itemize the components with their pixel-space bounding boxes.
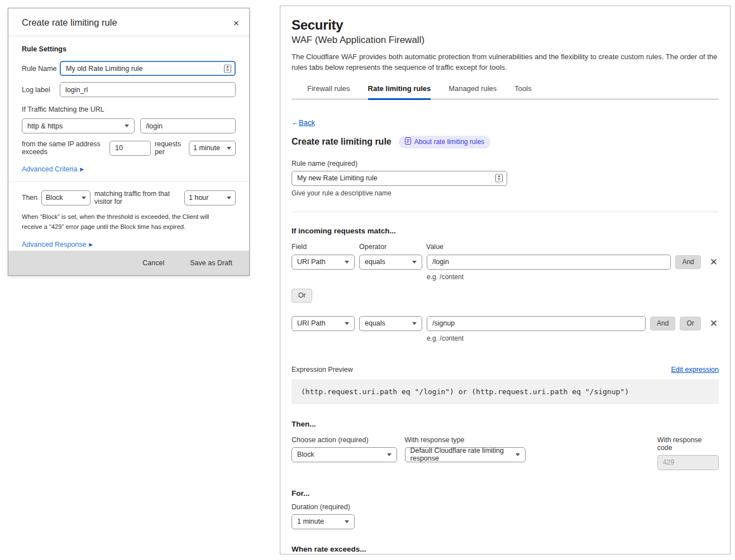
divider xyxy=(292,212,719,212)
back-arrow-icon: ← xyxy=(292,118,299,127)
divider xyxy=(8,181,249,182)
page-description: The Cloudflare WAF provides both automat… xyxy=(292,52,719,73)
back-link[interactable]: ←Back xyxy=(292,118,315,127)
rule-name-label: Rule Name xyxy=(22,65,60,73)
chevron-down-icon xyxy=(345,520,349,523)
security-waf-panel: Security WAF (Web Application Firewall) … xyxy=(280,6,731,554)
then-text: Then xyxy=(22,194,37,202)
remove-condition-icon[interactable]: ✕ xyxy=(709,256,719,268)
create-rule-heading: Create rate limiting rule xyxy=(292,137,392,147)
expression-preview-row: Expression Preview Edit expression xyxy=(292,366,719,374)
log-label-label: Log label xyxy=(22,86,60,94)
matching-text: matching traffic from that visitor for xyxy=(94,190,180,205)
value-input[interactable] xyxy=(427,316,646,331)
threshold-row: from the same IP address exceeds request… xyxy=(22,140,236,156)
response-code-label: With response code xyxy=(657,436,719,452)
or-connector-button[interactable]: Or xyxy=(292,289,312,303)
create-rule-heading-row: Create rate limiting rule About rate lim… xyxy=(292,136,719,149)
document-icon xyxy=(405,137,411,146)
chevron-right-icon: ▶ xyxy=(80,166,84,172)
response-type-label: With response type xyxy=(405,436,526,444)
match-heading: If incoming requests match... xyxy=(292,227,719,235)
period-select[interactable]: 1 minute xyxy=(189,141,236,156)
advanced-criteria-link[interactable]: Advanced Criteria ▶ xyxy=(22,165,84,173)
then-controls: Choose action (required) Block With resp… xyxy=(292,436,719,470)
expression-preview-label: Expression Preview xyxy=(292,366,353,374)
chevron-down-icon xyxy=(227,197,231,199)
log-label-row: Log label xyxy=(22,82,236,97)
tab-rate-limiting-rules[interactable]: Rate limiting rules xyxy=(368,84,431,100)
cancel-button[interactable]: Cancel xyxy=(142,259,164,267)
response-code-input xyxy=(657,455,719,470)
expression-code: (http.request.uri.path eq "/login") or (… xyxy=(292,379,719,404)
value-input[interactable] xyxy=(427,255,671,270)
scheme-select[interactable]: http & https xyxy=(22,118,135,133)
tab-managed-rules[interactable]: Managed rules xyxy=(448,84,497,99)
condition-row: URI Path equals And Or ✕ xyxy=(292,316,719,331)
then-heading: Then... xyxy=(292,420,719,428)
chevron-down-icon xyxy=(345,261,349,264)
traffic-match-label: If Traffic Matching the URL xyxy=(22,106,236,113)
rate-heading: When rate exceeds... xyxy=(292,545,719,553)
log-label-input[interactable] xyxy=(60,82,236,97)
field-select[interactable]: URI Path xyxy=(292,316,355,331)
about-rate-limiting-link[interactable]: About rate limiting rules xyxy=(399,136,490,149)
close-icon[interactable]: × xyxy=(231,17,241,29)
value-label: Value xyxy=(426,243,443,251)
chevron-down-icon xyxy=(82,197,86,199)
chevron-down-icon xyxy=(125,125,129,127)
tab-firewall-rules[interactable]: Firewall rules xyxy=(307,84,350,99)
rule-name-input[interactable] xyxy=(292,171,507,186)
duration-label: Duration (required) xyxy=(292,503,719,511)
value-helper: e.g. /content xyxy=(427,273,719,281)
legacy-rate-limit-modal: Create rate limiting rule × Rule Setting… xyxy=(8,8,250,276)
response-type-select[interactable]: Default Cloudflare rate limiting respons… xyxy=(405,447,526,462)
duration-select[interactable]: 1 minute xyxy=(292,514,355,529)
save-as-draft-button[interactable]: Save as Draft xyxy=(190,259,232,267)
for-heading: For... xyxy=(292,489,719,497)
chevron-down-icon xyxy=(412,322,417,325)
requests-input[interactable] xyxy=(109,141,151,156)
ban-duration-select[interactable]: 1 hour xyxy=(184,190,236,205)
chevron-down-icon xyxy=(345,322,349,325)
chevron-down-icon xyxy=(516,453,520,456)
modal-title: Create rate limiting rule xyxy=(22,17,117,28)
action-select[interactable]: Block xyxy=(41,190,90,205)
rule-name-input[interactable] xyxy=(60,61,236,76)
modal-header: Create rate limiting rule × xyxy=(8,8,249,36)
field-label: Field xyxy=(292,243,359,251)
field-select[interactable]: URI Path xyxy=(292,255,355,270)
chevron-down-icon xyxy=(412,261,417,264)
chevron-right-icon: ▶ xyxy=(89,242,93,247)
block-note: When “Block” is set, when the threshold … xyxy=(22,212,228,232)
rule-name-row: Rule Name xyxy=(22,61,236,76)
edit-expression-link[interactable]: Edit expression xyxy=(671,366,719,374)
autofill-icon[interactable] xyxy=(224,64,231,73)
exceeds-text: from the same IP address exceeds xyxy=(22,140,106,156)
chevron-down-icon xyxy=(227,147,231,150)
action-select[interactable]: Block xyxy=(292,447,397,462)
then-row: Then Block matching traffic from that vi… xyxy=(22,190,236,205)
rule-name-label: Rule name (required) xyxy=(292,160,719,167)
page-title: Security xyxy=(292,17,719,33)
and-button[interactable]: And xyxy=(650,317,675,331)
page-subtitle: WAF (Web Application Firewall) xyxy=(292,35,719,46)
waf-tabs: Firewall rules Rate limiting rules Manag… xyxy=(292,84,719,99)
modal-footer: Cancel Save as Draft xyxy=(8,251,249,275)
autofill-icon[interactable] xyxy=(495,174,503,183)
rule-name-helper: Give your rule a descriptive name xyxy=(292,189,719,197)
and-button[interactable]: And xyxy=(675,255,700,269)
operator-select[interactable]: equals xyxy=(359,316,422,331)
remove-condition-icon[interactable]: ✕ xyxy=(709,318,719,329)
modal-body: Rule Settings Rule Name Log label If Tra… xyxy=(8,36,249,275)
tab-tools[interactable]: Tools xyxy=(514,84,531,99)
url-input[interactable] xyxy=(140,118,236,133)
condition-row: URI Path equals And ✕ xyxy=(292,255,719,270)
action-label: Choose action (required) xyxy=(292,436,397,444)
match-column-labels: Field Operator Value xyxy=(292,243,719,251)
advanced-response-link[interactable]: Advanced Response ▶ xyxy=(22,241,93,248)
chevron-down-icon xyxy=(387,453,392,456)
or-button[interactable]: Or xyxy=(680,317,700,331)
value-helper: e.g. /content xyxy=(427,334,719,342)
operator-select[interactable]: equals xyxy=(359,255,422,270)
